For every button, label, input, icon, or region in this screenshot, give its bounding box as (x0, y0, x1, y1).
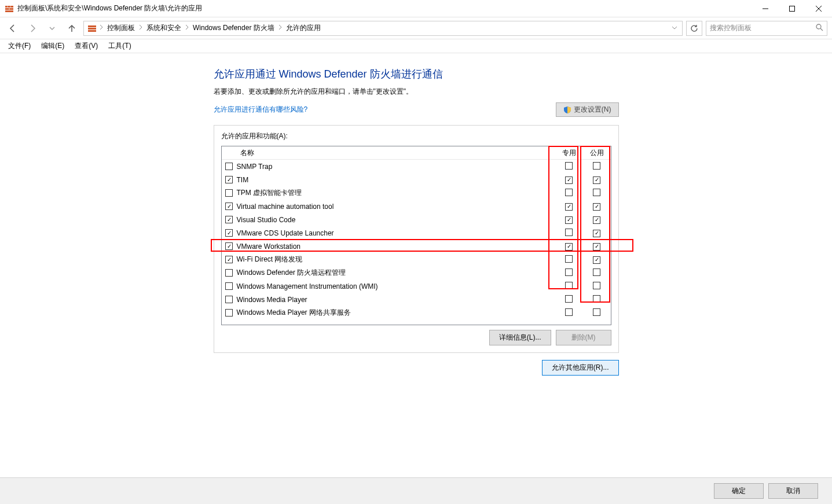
public-checkbox[interactable] (593, 176, 600, 184)
private-checkbox[interactable] (565, 282, 573, 289)
svg-line-15 (820, 28, 823, 31)
private-checkbox[interactable] (565, 189, 573, 196)
enable-checkbox[interactable] (225, 242, 233, 250)
minimize-button[interactable] (752, 0, 779, 17)
change-settings-button[interactable]: 更改设置(N) (556, 102, 619, 117)
public-checkbox[interactable] (593, 216, 600, 224)
public-checkbox[interactable] (593, 189, 600, 196)
private-checkbox[interactable] (565, 203, 573, 211)
public-checkbox[interactable] (593, 230, 600, 237)
allowed-apps-group: 允许的应用和功能(A): 名称 专用 公用 SNMP TrapTIMTPM 虚拟… (214, 125, 619, 353)
group-label: 允许的应用和功能(A): (221, 131, 611, 141)
panel-subtitle: 若要添加、更改或删除所允许的应用和端口，请单击"更改设置"。 (214, 87, 619, 97)
list-row[interactable]: Windows Media Player 网络共享服务 (222, 306, 611, 319)
app-name: SNMP Trap (237, 163, 555, 171)
crumb-3[interactable]: 允许的应用 (284, 21, 323, 35)
risk-link[interactable]: 允许应用进行通信有哪些风险? (214, 105, 308, 115)
private-checkbox[interactable] (565, 295, 573, 303)
list-header: 名称 专用 公用 (222, 146, 611, 160)
crumb-0[interactable]: 控制面板 (105, 21, 137, 35)
enable-checkbox[interactable] (225, 256, 233, 263)
list-row[interactable]: Windows Defender 防火墙远程管理 (222, 266, 611, 279)
panel: 允许应用通过 Windows Defender 防火墙进行通信 若要添加、更改或… (214, 67, 619, 477)
menu-tools[interactable]: 工具(T) (104, 40, 135, 52)
enable-checkbox[interactable] (225, 296, 233, 303)
enable-checkbox[interactable] (225, 216, 233, 223)
crumb-label: 控制面板 (107, 23, 135, 33)
enable-checkbox[interactable] (225, 189, 233, 197)
app-name: Windows Media Player (237, 296, 555, 304)
list-row[interactable]: Virtual machine automation tool (222, 200, 611, 213)
public-checkbox[interactable] (593, 162, 600, 170)
svg-point-14 (816, 24, 821, 29)
list-row[interactable]: Windows Media Player (222, 293, 611, 306)
allowed-apps-list[interactable]: 名称 专用 公用 SNMP TrapTIMTPM 虚拟智能卡管理Virtual … (221, 146, 611, 325)
chevron-right-icon (278, 24, 283, 32)
list-row[interactable]: TPM 虚拟智能卡管理 (222, 186, 611, 200)
list-row[interactable]: VMware CDS Update Launcher (222, 226, 611, 240)
details-button[interactable]: 详细信息(L)... (489, 330, 551, 345)
public-checkbox[interactable] (593, 256, 600, 264)
private-checkbox[interactable] (565, 229, 573, 236)
col-public: 公用 (583, 148, 611, 158)
private-checkbox[interactable] (565, 176, 573, 184)
public-checkbox[interactable] (593, 243, 600, 251)
private-checkbox[interactable] (565, 216, 573, 224)
list-row[interactable]: Wi-Fi Direct 网络发现 (222, 253, 611, 266)
remove-button[interactable]: 删除(M) (556, 330, 611, 345)
ok-button[interactable]: 确定 (714, 483, 764, 499)
up-button[interactable] (64, 20, 80, 36)
public-checkbox[interactable] (593, 282, 600, 289)
list-row[interactable]: Windows Management Instrumentation (WMI) (222, 279, 611, 293)
enable-checkbox[interactable] (225, 269, 233, 277)
cancel-button[interactable]: 取消 (768, 483, 818, 499)
chevron-down-icon[interactable] (672, 24, 677, 32)
svg-rect-7 (790, 6, 795, 11)
private-checkbox[interactable] (565, 255, 573, 263)
forward-button[interactable] (24, 20, 41, 36)
private-checkbox[interactable] (565, 162, 573, 170)
app-name: TIM (237, 176, 555, 184)
shield-icon (563, 106, 571, 114)
list-row[interactable]: VMware Workstation (222, 240, 611, 253)
back-button[interactable] (5, 20, 21, 36)
app-name: Wi-Fi Direct 网络发现 (237, 255, 555, 264)
col-private: 专用 (555, 148, 583, 158)
app-name: Virtual machine automation tool (237, 203, 555, 211)
svg-rect-12 (88, 28, 96, 30)
list-row[interactable]: SNMP Trap (222, 160, 611, 173)
list-row[interactable]: TIM (222, 173, 611, 186)
public-checkbox[interactable] (593, 203, 600, 211)
allow-other-button[interactable]: 允许其他应用(R)... (542, 360, 619, 376)
crumb-1[interactable]: 系统和安全 (144, 21, 184, 35)
enable-checkbox[interactable] (225, 203, 233, 210)
maximize-button[interactable] (779, 0, 805, 17)
public-checkbox[interactable] (593, 295, 600, 303)
enable-checkbox[interactable] (225, 176, 233, 183)
breadcrumb[interactable]: 控制面板 系统和安全 Windows Defender 防火墙 允许的应用 (83, 21, 683, 36)
firewall-icon (5, 4, 14, 13)
private-checkbox[interactable] (565, 308, 573, 316)
enable-checkbox[interactable] (225, 163, 233, 170)
svg-rect-2 (5, 10, 13, 12)
search-input[interactable]: 搜索控制面板 (706, 21, 827, 36)
close-button[interactable] (805, 0, 832, 17)
addressbar: 控制面板 系统和安全 Windows Defender 防火墙 允许的应用 搜索… (0, 17, 832, 39)
svg-rect-11 (88, 25, 96, 27)
refresh-button[interactable] (686, 21, 702, 36)
app-name: Windows Media Player 网络共享服务 (237, 308, 555, 318)
public-checkbox[interactable] (593, 268, 600, 276)
list-row[interactable]: Visual Studio Code (222, 213, 611, 226)
enable-checkbox[interactable] (225, 229, 233, 237)
public-checkbox[interactable] (593, 308, 600, 316)
menu-file[interactable]: 文件(F) (3, 40, 35, 52)
menu-view[interactable]: 查看(V) (70, 40, 102, 52)
crumb-2[interactable]: Windows Defender 防火墙 (190, 21, 277, 35)
private-checkbox[interactable] (565, 243, 573, 251)
enable-checkbox[interactable] (225, 282, 233, 290)
enable-checkbox[interactable] (225, 309, 233, 317)
chevron-right-icon (99, 24, 104, 32)
menu-edit[interactable]: 编辑(E) (36, 40, 69, 52)
private-checkbox[interactable] (565, 268, 573, 276)
recent-dropdown[interactable] (44, 20, 60, 36)
